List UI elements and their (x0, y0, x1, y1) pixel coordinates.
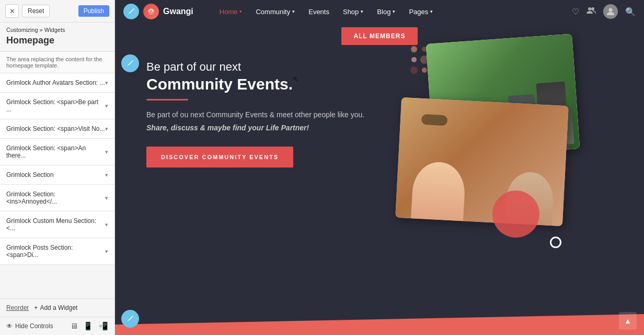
widget-label: Grimlock Posts Section: <span>Di... (6, 244, 105, 259)
chevron-down-icon: ▾ (105, 126, 108, 132)
svg-point-4 (411, 46, 417, 52)
widget-item[interactable]: Grimlock Section: <ins>Annoyed</... ▾ (0, 185, 114, 211)
nav-item-community[interactable]: Community ▾ (249, 5, 301, 19)
reset-button[interactable]: Reset (22, 5, 50, 17)
close-button[interactable]: ✕ (5, 4, 19, 18)
svg-point-2 (591, 7, 594, 10)
widget-label: Grimlock Section: <span>Be part ... (6, 98, 105, 113)
nav-item-pages-label: Pages (409, 8, 428, 16)
widget-item[interactable]: Grimlock Section: <span>Be part ... ▾ (0, 93, 114, 119)
coral-circle-decoration (492, 191, 539, 238)
chevron-down-icon: ▾ (105, 172, 108, 178)
widget-label: Grimlock Author Avatars Section: ... (6, 79, 105, 86)
widget-item[interactable]: Grimlock Section ▾ (0, 165, 114, 185)
nav-item-home[interactable]: Home ▾ (213, 5, 249, 19)
sidebar-bottom-bar: 👁 Hide Controls 🖥 📱 📲 (0, 317, 114, 335)
breadcrumb: Customizing » Widgets (0, 23, 114, 34)
svg-point-13 (422, 68, 427, 73)
photo-card-women (395, 97, 569, 226)
avatar[interactable] (603, 4, 618, 19)
widget-item[interactable]: Grimlock Section: <span>Visit No... ▾ (0, 119, 114, 139)
top-navigation: Gwangi Home ▾ Community ▾ Events Shop ▾ … (115, 0, 644, 23)
chevron-down-icon: ▾ (393, 9, 395, 14)
plus-icon: + (34, 304, 38, 311)
nav-item-home-label: Home (220, 8, 238, 16)
nav-item-events[interactable]: Events (302, 5, 336, 19)
chevron-down-icon: ▾ (430, 9, 433, 14)
chevron-down-icon: ▾ (105, 195, 108, 202)
person-silhouette-1 (411, 161, 466, 226)
chevron-down-icon: ▾ (105, 103, 108, 109)
nav-right-icons: ♡ 🔍 (572, 4, 636, 19)
chevron-down-icon: ▾ (361, 9, 363, 14)
sidebar-top-bar: ✕ Reset Publish (0, 0, 114, 23)
discover-events-button[interactable]: DISCOVER COMMUNITY EVENTS (146, 147, 293, 168)
nav-item-shop-label: Shop (343, 8, 359, 16)
svg-point-3 (609, 8, 613, 12)
users-icon[interactable] (586, 7, 596, 16)
nav-item-blog-label: Blog (377, 8, 390, 16)
add-widget-label: Add a Widget (40, 304, 77, 311)
chevron-down-icon: ▾ (105, 221, 108, 228)
nav-logo-area: Gwangi (123, 4, 204, 19)
svg-point-12 (410, 66, 418, 74)
heart-icon[interactable]: ♡ (572, 7, 579, 17)
reorder-link[interactable]: Reorder (6, 304, 29, 311)
white-ring-decoration (550, 237, 561, 248)
chevron-down-icon: ▾ (105, 248, 108, 255)
section-edit-pencil-top[interactable] (121, 54, 139, 72)
chevron-down-icon: ▾ (105, 149, 108, 155)
nav-menu: Home ▾ Community ▾ Events Shop ▾ Blog ▾ … (213, 5, 568, 19)
widget-label: Grimlock Section (6, 171, 54, 178)
nav-edit-icon[interactable] (123, 4, 139, 19)
hero-images (388, 28, 644, 280)
page-title: Homepage (0, 34, 114, 51)
widget-item[interactable]: Grimlock Author Avatars Section: ... ▾ (0, 73, 114, 93)
breadcrumb-parent: Customizing (6, 27, 38, 33)
svg-point-8 (411, 57, 417, 62)
hero-tagline: Share, discuss & maybe find your Life Pa… (146, 124, 408, 132)
main-content: Gwangi Home ▾ Community ▾ Events Shop ▾ … (115, 0, 644, 335)
photo-women-image (395, 97, 569, 226)
widget-item[interactable]: Grimlock Custom Menu Section: <... ▾ (0, 211, 114, 238)
hero-subtitle: Be part of our next (146, 60, 408, 75)
hero-title: Community Events. (146, 75, 408, 94)
widget-item[interactable]: Grimlock Section: <span>An there... ▾ (0, 139, 114, 165)
eye-icon: 👁 (6, 322, 13, 330)
breadcrumb-separator: » (38, 27, 44, 33)
widget-label: Grimlock Section: <span>Visit No... (6, 125, 105, 132)
search-icon[interactable]: 🔍 (625, 7, 636, 17)
nav-item-events-label: Events (308, 8, 329, 16)
hero-content: Be part of our next Community Events. Be… (146, 60, 408, 168)
sidebar-footer: Reorder + Add a Widget (0, 298, 114, 317)
widget-label: Grimlock Section: <span>An there... (6, 144, 105, 159)
nav-item-community-label: Community (256, 8, 290, 16)
nav-item-blog[interactable]: Blog ▾ (371, 5, 401, 19)
chevron-down-icon: ▾ (292, 9, 295, 14)
add-widget-button[interactable]: + Add a Widget (34, 304, 77, 311)
site-name: Gwangi (163, 7, 193, 16)
chevron-down-icon: ▾ (239, 9, 242, 14)
info-text: The area replacing the content for the h… (0, 51, 114, 73)
widget-label: Grimlock Custom Menu Section: <... (6, 217, 105, 232)
widget-list: Grimlock Author Avatars Section: ... ▾ G… (0, 73, 114, 298)
widget-label: Grimlock Section: <ins>Annoyed</... (6, 191, 105, 205)
nav-item-shop[interactable]: Shop ▾ (337, 5, 370, 19)
chevron-down-icon: ▾ (105, 80, 108, 86)
desktop-icon[interactable]: 🖥 (70, 321, 78, 331)
svg-point-1 (588, 7, 591, 10)
hero-underline-decoration (146, 99, 188, 100)
back-to-top-button[interactable]: ▲ (619, 312, 637, 330)
mobile-icon[interactable]: 📲 (98, 321, 108, 331)
customizer-sidebar: ✕ Reset Publish Customizing » Widgets Ho… (0, 0, 115, 335)
widget-item[interactable]: Grimlock Posts Section: <span>Di... ▾ (0, 238, 114, 265)
section-edit-pencil-bottom[interactable] (121, 310, 139, 328)
hide-controls-toggle[interactable]: 👁 Hide Controls (6, 322, 53, 330)
bottom-icons: 🖥 📱 📲 (70, 321, 108, 331)
publish-button[interactable]: Publish (78, 5, 109, 17)
breadcrumb-child: Widgets (44, 27, 65, 33)
tablet-icon[interactable]: 📱 (83, 321, 93, 331)
hero-description: Be part of ou next Community Events & me… (146, 109, 408, 120)
nav-item-pages[interactable]: Pages ▾ (402, 5, 439, 19)
site-logo (143, 4, 159, 19)
